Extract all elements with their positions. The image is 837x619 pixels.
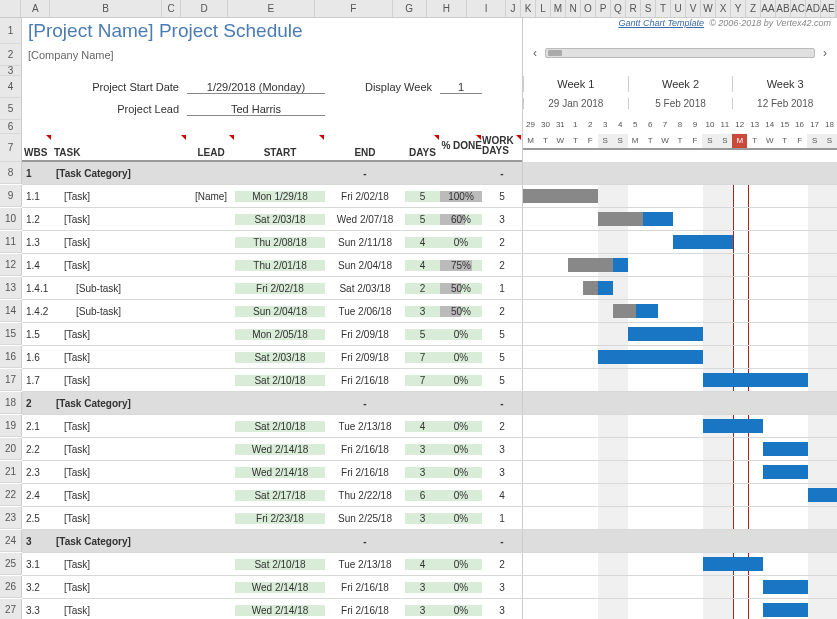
row-16[interactable]: 16 (0, 346, 22, 368)
cell-wbs[interactable]: 3.1 (22, 559, 52, 570)
row-27[interactable]: 27 (0, 599, 22, 619)
task-row[interactable]: 151.5[Task]Mon 2/05/18Fri 2/09/1850%5 (0, 323, 837, 345)
task-row[interactable]: 232.5[Task]Fri 2/23/18Sun 2/25/1830%1 (0, 507, 837, 529)
task-row[interactable]: 243[Task Category]-- (0, 530, 837, 552)
cell-days[interactable]: 4 (405, 421, 440, 432)
cell-task[interactable]: [Task] (52, 329, 187, 340)
cell-start[interactable]: Thu 2/01/18 (235, 260, 325, 271)
cell-days[interactable]: 3 (405, 467, 440, 478)
task-row[interactable]: 182[Task Category]-- (0, 392, 837, 414)
cell-wbs[interactable]: 1.7 (22, 375, 52, 386)
row-26[interactable]: 26 (0, 576, 22, 598)
display-week-value[interactable]: 1 (440, 81, 482, 94)
cell-days[interactable]: 3 (405, 582, 440, 593)
row-20[interactable]: 20 (0, 438, 22, 460)
row-1[interactable]: 1 (0, 18, 22, 44)
cell-wbs[interactable]: 2.3 (22, 467, 52, 478)
cell-task[interactable]: [Task] (52, 237, 187, 248)
col-L[interactable]: L (536, 0, 551, 17)
cell-days[interactable]: 2 (405, 283, 440, 294)
cell-pct[interactable]: 100% (440, 191, 482, 202)
task-row[interactable]: 161.6[Task]Sat 2/03/18Fri 2/09/1870%5 (0, 346, 837, 368)
col-U[interactable]: U (671, 0, 686, 17)
cell-task[interactable]: [Task] (52, 605, 187, 616)
row-4[interactable]: 4 (0, 76, 22, 98)
cell-start[interactable]: Fri 2/02/18 (235, 283, 325, 294)
cell-end[interactable]: Tue 2/13/18 (325, 559, 405, 570)
row-9[interactable]: 9 (0, 185, 22, 207)
cell-end[interactable]: Sat 2/03/18 (325, 283, 405, 294)
col-B[interactable]: B (50, 0, 161, 17)
cell-task[interactable]: [Task] (52, 444, 187, 455)
gantt-bar[interactable] (673, 235, 733, 249)
cell-pct[interactable]: 0% (440, 329, 482, 340)
cell-end[interactable]: Sun 2/25/18 (325, 513, 405, 524)
task-row[interactable]: 111.3[Task]Thu 2/08/18Sun 2/11/1840%2 (0, 231, 837, 253)
cell-end[interactable]: Fri 2/16/18 (325, 582, 405, 593)
row-17[interactable]: 17 (0, 369, 22, 391)
cell-days[interactable]: 3 (405, 513, 440, 524)
cell-work[interactable]: 3 (482, 444, 522, 455)
cell-start[interactable]: Sat 2/10/18 (235, 559, 325, 570)
cell-pct[interactable]: 50% (440, 306, 482, 317)
row-5[interactable]: 5 (0, 98, 22, 120)
row-23[interactable]: 23 (0, 507, 22, 529)
col-A[interactable]: A (21, 0, 50, 17)
cell-work[interactable]: 2 (482, 559, 522, 570)
col-C[interactable]: C (162, 0, 181, 17)
cell-wbs[interactable]: 1.3 (22, 237, 52, 248)
cell-end[interactable]: - (325, 168, 405, 179)
cell-end[interactable]: Tue 2/13/18 (325, 421, 405, 432)
cell-end[interactable]: Fri 2/02/18 (325, 191, 405, 202)
chevron-right-icon[interactable]: › (819, 46, 831, 60)
task-row[interactable]: 192.1[Task]Sat 2/10/18Tue 2/13/1840%2 (0, 415, 837, 437)
cell-task[interactable]: [Task] (52, 467, 187, 478)
cell-start[interactable]: Fri 2/23/18 (235, 513, 325, 524)
cell-wbs[interactable]: 2.4 (22, 490, 52, 501)
cell-end[interactable]: Fri 2/09/18 (325, 352, 405, 363)
cell-work[interactable]: 5 (482, 329, 522, 340)
cell-task[interactable]: [Task] (52, 214, 187, 225)
cell-days[interactable]: 7 (405, 352, 440, 363)
cell-end[interactable]: Sun 2/11/18 (325, 237, 405, 248)
cell-work[interactable]: 5 (482, 375, 522, 386)
col-AE[interactable]: AE (821, 0, 836, 17)
cell-task[interactable]: [Task Category] (52, 168, 187, 179)
cell-end[interactable]: Fri 2/16/18 (325, 375, 405, 386)
row-10[interactable]: 10 (0, 208, 22, 230)
cell-end[interactable]: Sun 2/04/18 (325, 260, 405, 271)
task-row[interactable]: 273.3[Task]Wed 2/14/18Fri 2/16/1830%3 (0, 599, 837, 619)
row-22[interactable]: 22 (0, 484, 22, 506)
cell-end[interactable]: Fri 2/16/18 (325, 605, 405, 616)
task-row[interactable]: 101.2[Task]Sat 2/03/18Wed 2/07/18560%3 (0, 208, 837, 230)
cell-pct[interactable]: 0% (440, 559, 482, 570)
col-O[interactable]: O (581, 0, 596, 17)
col-J[interactable]: J (506, 0, 521, 17)
cell-pct[interactable]: 0% (440, 582, 482, 593)
cell-pct[interactable]: 0% (440, 605, 482, 616)
cell-task[interactable]: [Task] (52, 421, 187, 432)
col-V[interactable]: V (686, 0, 701, 17)
col-M[interactable]: M (551, 0, 566, 17)
col-Q[interactable]: Q (611, 0, 626, 17)
cell-start[interactable]: Sat 2/03/18 (235, 214, 325, 225)
cell-pct[interactable]: 60% (440, 214, 482, 225)
cell-wbs[interactable]: 1.5 (22, 329, 52, 340)
cell-task[interactable]: [Task Category] (52, 398, 187, 409)
cell-pct[interactable]: 0% (440, 421, 482, 432)
col-D[interactable]: D (181, 0, 228, 17)
cell-pct[interactable]: 0% (440, 237, 482, 248)
task-row[interactable]: 131.4.1[Sub-task]Fri 2/02/18Sat 2/03/182… (0, 277, 837, 299)
cell-pct[interactable]: 0% (440, 352, 482, 363)
row-8[interactable]: 8 (0, 162, 22, 184)
cell-start[interactable]: Sat 2/10/18 (235, 375, 325, 386)
gantt-bar[interactable] (703, 373, 808, 387)
gantt-bar[interactable] (598, 350, 703, 364)
cell-start[interactable]: Sun 2/04/18 (235, 306, 325, 317)
cell-end[interactable]: - (325, 398, 405, 409)
cell-task[interactable]: [Task] (52, 352, 187, 363)
cell-work[interactable]: 4 (482, 490, 522, 501)
cell-wbs[interactable]: 2 (22, 398, 52, 409)
cell-task[interactable]: [Task] (52, 490, 187, 501)
col-W[interactable]: W (701, 0, 716, 17)
